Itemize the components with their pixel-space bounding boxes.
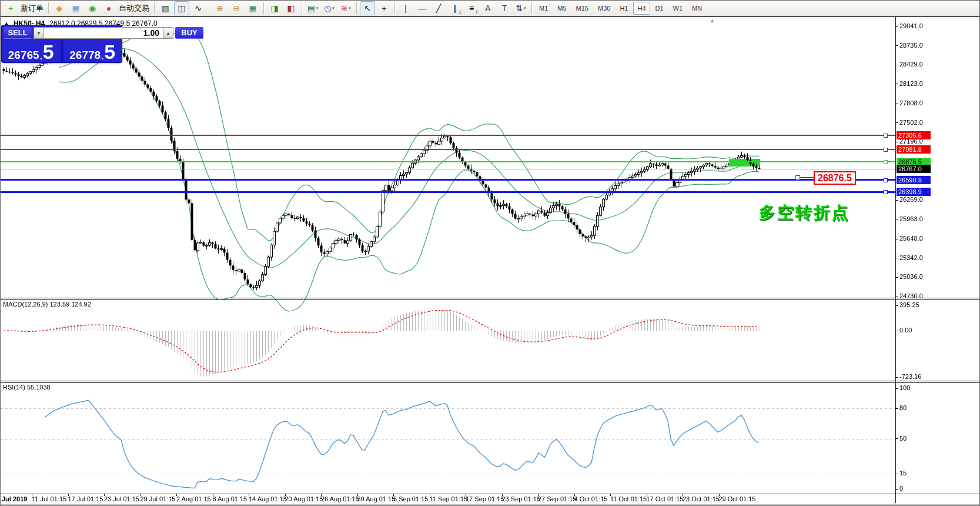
price-axis-label: 25036.0 [899,273,923,280]
macd-axis-tick [895,305,898,306]
turning-point-text[interactable]: 多空转折点 [759,202,850,224]
sell-price-main: 26765 [8,49,39,61]
toolbar: ＋新订单◆▦◉●自动交易▥◫∿⊕⊖▦◨◧▤▾◷▾≋▾↖＋∣―╱∥E≡FAT⇅▾M… [1,1,980,16]
date-axis-label: 30 Aug 01:15 [357,495,396,502]
timeframe-w1[interactable]: W1 [669,2,687,15]
strategy-tester-icon[interactable]: ◉ [85,1,100,15]
timeframe-h4[interactable]: H4 [633,2,650,15]
pivot-line[interactable] [1,161,895,162]
cursor-button[interactable]: ↖ [360,1,375,15]
panel-separator[interactable] [1,381,980,381]
support-line-2-handle[interactable] [884,190,888,194]
autotrading-button-label[interactable]: 自动交易 [119,3,149,14]
buy-price-main: 26778 [69,49,101,61]
timeframe-m1[interactable]: M1 [535,2,552,15]
crosshair-button[interactable]: ＋ [376,1,392,15]
indicators-button[interactable]: ≋▾ [338,1,353,15]
new-order-button[interactable]: ＋ [3,1,18,15]
chart-shift-button[interactable]: ◧ [283,1,299,15]
sell-button[interactable]: SELL [4,27,32,39]
support-line-1-handle[interactable] [884,178,888,182]
price-callout-label[interactable]: 26876.5 [814,171,856,185]
resistance-line-2-handle[interactable] [884,148,888,152]
pivot-line-handle[interactable] [884,160,888,164]
fibonacci-icon: ≡ [469,4,474,12]
date-axis-label: 17 Oct 01:15 [647,495,684,502]
fibonacci-button[interactable]: ≡F [464,1,479,15]
horizontal-line-button[interactable]: ― [414,1,430,15]
resistance-line-1-handle[interactable] [884,134,888,138]
timeframe-d1[interactable]: D1 [651,2,668,15]
date-axis-label: 26 Aug 01:15 [321,495,359,502]
price-chart-canvas[interactable] [1,17,980,506]
data-window-icon[interactable]: ▦ [68,1,83,15]
arrows-button[interactable]: ⇅▾ [513,1,529,15]
date-axis-label: 23 Sep 01:15 [502,495,540,502]
price-axis-tick [895,45,898,46]
date-axis-tick [502,494,503,496]
equidistant-channel-button[interactable]: ∥E [447,1,463,15]
tile-windows-button[interactable]: ▦ [245,1,260,15]
volume-increase-button[interactable]: ▲ [163,27,173,39]
support-line-2[interactable] [1,191,895,193]
volume-decrease-button[interactable]: ▼ [34,27,44,39]
one-click-trading-panel: SELL ▼ ▲ BUY 26765 . 5 26778 . 5 [2,25,122,62]
candlestick-chart-button[interactable]: ◫ [174,1,189,15]
panel-separator[interactable] [1,382,980,383]
equidistant-channel-icon: ∥ [453,4,457,12]
text-label-icon: T [502,4,507,12]
date-axis-tick [321,494,322,496]
crosshair-icon: ＋ [380,4,388,12]
price-axis-line[interactable] [895,17,896,503]
bar-chart-button[interactable]: ▥ [158,1,173,15]
date-axis-label: 11 Sep 01:15 [430,495,468,502]
panel-separator[interactable] [1,299,980,300]
buy-price-display[interactable]: 26778 . 5 [61,41,122,62]
sell-price-display[interactable]: 26765 . 5 [2,41,61,62]
timeframe-mn[interactable]: MN [688,2,706,15]
panel-separator[interactable] [1,298,980,298]
vertical-line-icon: ∣ [404,4,408,12]
trendline-button[interactable]: ╱ [431,1,446,15]
price-axis-label: 28735.0 [899,42,923,49]
zoom-in-icon: ⊕ [216,4,223,12]
price-axis-tick [895,219,898,219]
chart-area: ▲ HK50-,H4 26812.0 26829.5 26749.5 26767… [1,16,980,506]
price-axis-tick [895,84,898,84]
text-label-button[interactable]: T [497,1,512,15]
autotrading-button[interactable]: ● [101,1,116,15]
timeframe-m5[interactable]: M5 [553,2,570,15]
resistance-line-1[interactable] [1,135,895,136]
new-chart-button[interactable]: ▤▾ [305,1,320,15]
rsi-axis-label: 15 [899,470,907,477]
rsi-axis-label: 0 [899,485,903,492]
zoom-out-button[interactable]: ⊖ [229,1,244,15]
date-axis-label: 2 Aug 01:15 [176,495,211,502]
price-axis-label: 25963.0 [899,215,923,222]
profiles-button[interactable]: ◷▾ [322,1,337,15]
new-order-button-label[interactable]: 新订单 [21,3,44,14]
support-line-1-price-label: 26590.9 [897,176,931,184]
vertical-line-button[interactable]: ∣ [398,1,413,15]
zoom-in-button[interactable]: ⊕ [212,1,228,15]
support-line-1[interactable] [1,179,895,181]
auto-scroll-button[interactable]: ◨ [267,1,282,15]
panel-separator[interactable] [1,494,980,494]
callout-anchor-square [795,175,800,180]
market-watch-icon[interactable]: ◆ [52,1,67,15]
price-axis-tick [895,26,898,27]
scroll-position-marker-icon: ▲ [710,18,715,24]
horizontal-line-icon: ― [418,4,426,12]
resistance-line-2[interactable] [1,149,895,150]
timeframe-m15[interactable]: M15 [572,2,593,15]
price-axis-label: 24730.0 [899,292,923,299]
buy-button[interactable]: BUY [175,27,203,39]
timeframe-m30[interactable]: M30 [594,2,614,15]
volume-input[interactable] [44,27,163,39]
line-chart-button[interactable]: ∿ [190,1,206,15]
timeframe-h1[interactable]: H1 [616,2,632,15]
text-button[interactable]: A [480,1,496,15]
date-axis-tick [249,494,249,496]
price-axis-tick [895,277,898,278]
price-axis-tick [895,65,898,65]
